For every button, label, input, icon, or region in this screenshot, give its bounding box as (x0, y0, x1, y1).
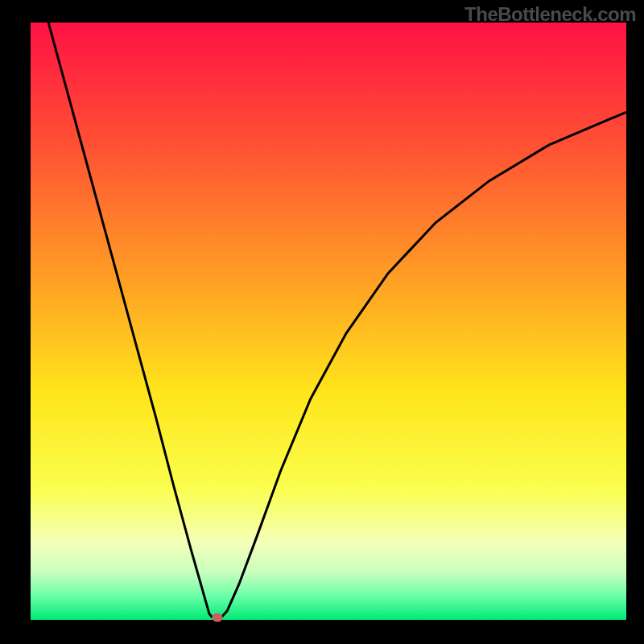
watermark-text: TheBottleneck.com (464, 3, 636, 26)
right-branch-line (221, 112, 626, 617)
chart-frame: TheBottleneck.com (0, 0, 644, 644)
plot-area (31, 23, 626, 620)
curve-layer (31, 23, 626, 620)
minimum-point-marker (212, 613, 222, 622)
left-branch-line (48, 23, 213, 617)
